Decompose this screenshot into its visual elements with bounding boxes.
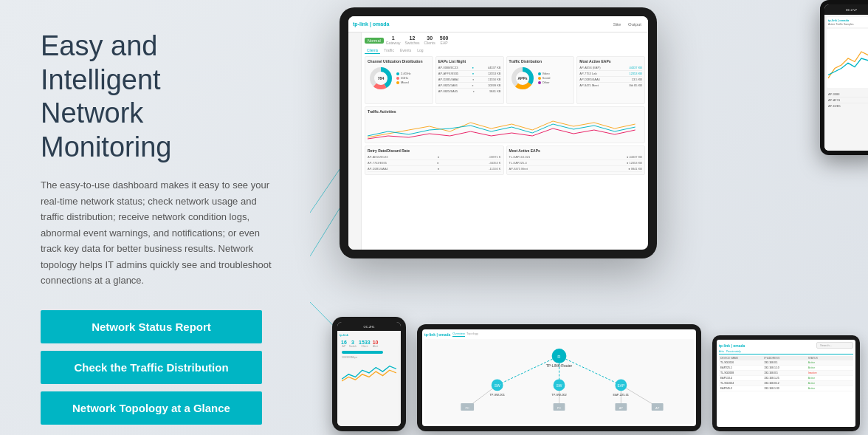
screen-content: Normal 1 Gateway 12 Switches bbox=[362, 32, 648, 250]
status-item-alerts: 10 Alert bbox=[373, 340, 379, 348]
page-wrapper: Easy and Intelligent Network Monitoring … bbox=[0, 0, 868, 435]
donut-svg-1: 784 bbox=[368, 65, 394, 92]
svg-text:PC: PC bbox=[557, 406, 562, 410]
topology-svg: R TP-LINK-Router SW TP-SW-001 SW TP-SW-0… bbox=[424, 339, 694, 424]
page-title: Easy and Intelligent Network Monitoring bbox=[41, 30, 280, 164]
bottom-tablet2-table: tp-link | omada Search... ArtisPassionat… bbox=[712, 335, 860, 431]
right-phone-screen: DC:2:V7 tp-link | omada Active Traffic S… bbox=[824, 4, 868, 151]
topo-tab-overview[interactable]: Overview bbox=[452, 332, 465, 337]
screen-sidebar bbox=[348, 32, 362, 250]
table-row: EAP110-4 192.168.1.25 Active bbox=[719, 376, 853, 381]
svg-text:PC: PC bbox=[465, 406, 469, 410]
traffic-distribution-btn[interactable]: Check the Traffic Distribution bbox=[41, 351, 262, 384]
data-row: AP-7753/E935●-34353 K bbox=[368, 160, 501, 166]
topo-header-row: tp-link | omada Overview Topology bbox=[424, 332, 694, 337]
most-active-box: Most Active EAPs TL-EAP110-021● 44337 KB… bbox=[506, 145, 646, 175]
data-row: AP-D2B5/4AA4●-11556 K bbox=[368, 166, 501, 172]
charts-row: Channel Utilization Distribution 784 bbox=[365, 56, 645, 104]
donut-container-2: APPs Video Social Other bbox=[509, 65, 572, 92]
status-item-clients: 1533 Client bbox=[359, 340, 371, 348]
svg-text:APPs: APPs bbox=[517, 76, 527, 81]
phone-small-chart bbox=[342, 361, 396, 383]
table-row: EAP225-1 192.168.1.10 Active bbox=[719, 366, 853, 371]
sc-tab-events[interactable]: Events bbox=[398, 47, 413, 54]
donut-container-1: 784 2.4GHz 5GHz Mixed bbox=[368, 65, 430, 92]
nav-buttons-container: Network Status Report Check the Traffic … bbox=[41, 310, 280, 425]
svg-text:TP-SW-001: TP-SW-001 bbox=[489, 393, 505, 397]
svg-line-23 bbox=[497, 356, 559, 385]
table-search-box: Search... bbox=[816, 342, 853, 349]
progress-bar bbox=[342, 351, 383, 354]
data-row: TL-EAP225-4● 12353 KB bbox=[509, 160, 643, 166]
main-tablet: tp-link | omada Site Output Normal bbox=[340, 7, 657, 258]
sc-tab-clients[interactable]: Clients bbox=[365, 47, 380, 54]
status-item-ap: 16 AP bbox=[341, 340, 347, 348]
traffic-distribution-chart: Traffic Distribution APPs bbox=[506, 56, 575, 104]
donut-legend-2: Video Social Other bbox=[538, 72, 551, 85]
sc-num-switches: 12 Switches bbox=[404, 35, 419, 45]
phone-chart-area bbox=[827, 29, 868, 88]
phone-header-bar: OC-ZH1 bbox=[337, 322, 401, 331]
phone-small-chart-svg bbox=[342, 361, 396, 383]
bottom-devices: OC-ZH1 tp-link 16 AP 3 Switch bbox=[310, 317, 868, 431]
sc-num-clients: 500 EAP bbox=[440, 35, 449, 45]
svg-text:EAP: EAP bbox=[617, 384, 625, 388]
status-row: Normal 1 Gateway 12 Switches bbox=[365, 35, 645, 45]
nav-item: Site bbox=[611, 21, 623, 27]
left-panel: Easy and Intelligent Network Monitoring … bbox=[0, 0, 310, 435]
eaps-list-chart: EAPs List Night AP-0088/EC23●44337 KB AP… bbox=[435, 56, 504, 104]
status-item-sw: 3 Switch bbox=[349, 340, 356, 348]
svg-text:R: R bbox=[557, 354, 560, 359]
sc-num-gateway: 1 Gateway bbox=[386, 35, 401, 45]
network-topology-btn[interactable]: Network Topology at a Glance bbox=[41, 391, 262, 425]
bottom-tablet2-table-screen: tp-link | omada Search... ArtisPassionat… bbox=[717, 340, 855, 427]
bottom-tablet-topology-screen: tp-link | omada Overview Topology bbox=[422, 329, 696, 426]
topo-content: R TP-LINK-Router SW TP-SW-001 SW TP-SW-0… bbox=[424, 339, 694, 424]
bottom-row: Retry Rate/Discard Rate AP-AE56/EC23●-00… bbox=[365, 145, 645, 175]
nav-item: Output bbox=[626, 21, 644, 27]
data-row: AP-AE56/EC23●-00971 K bbox=[368, 154, 501, 160]
table-screen: tp-link | omada Search... ArtisPassionat… bbox=[717, 340, 855, 394]
sc-num-eap: 30 Clients bbox=[424, 35, 435, 45]
data-row: AP-8475 Meet● 9841 KB bbox=[509, 166, 643, 172]
topo-screen: tp-link | omada Overview Topology bbox=[422, 329, 696, 426]
sc-numbers: 1 Gateway 12 Switches 30 Clients bbox=[386, 35, 449, 45]
table-row: EAP245-2 192.168.1.30 Active bbox=[719, 386, 853, 391]
main-tablet-screen: tp-link | omada Site Output Normal bbox=[348, 16, 648, 250]
bottom-tablet-topology: tp-link | omada Overview Topology bbox=[417, 324, 701, 431]
right-phone: DC:2:V7 tp-link | omada Active Traffic S… bbox=[820, 0, 868, 155]
channel-utilization-chart: Channel Utilization Distribution 784 bbox=[365, 56, 433, 104]
svg-text:SW: SW bbox=[557, 384, 562, 388]
screen-header: tp-link | omada Site Output bbox=[348, 16, 648, 32]
network-status-report-btn[interactable]: Network Status Report bbox=[41, 310, 262, 343]
table-row: TL-SG1016 192.168.0.1 Active bbox=[719, 360, 853, 366]
line-chart: Traffic Activities bbox=[365, 106, 645, 143]
phone-line-chart bbox=[828, 30, 868, 86]
table-header-row: tp-link | omada Search... bbox=[719, 342, 853, 349]
topo-tab-topo[interactable]: Topology bbox=[466, 332, 478, 337]
data-table: DEVICE NAME IP ADDRESS STATUS TL-SG1016 … bbox=[719, 356, 853, 391]
phone-status-row: 16 AP 3 Switch 1533 Client bbox=[340, 338, 399, 349]
sc-tabs: Clients Traffic Events Log bbox=[365, 47, 645, 54]
donut-legend-1: 2.4GHz 5GHz Mixed bbox=[396, 72, 411, 85]
right-panel: tp-link | omada Site Output Normal bbox=[310, 0, 868, 435]
table-row: TL-SG2008 192.168.0.5 Inactive bbox=[719, 371, 853, 376]
donut-svg-2: APPs bbox=[509, 65, 536, 92]
bottom-phone-screen: OC-ZH1 tp-link 16 AP 3 Switch bbox=[337, 322, 401, 426]
phone-content: tp-link | omada Active Traffic Samples A… bbox=[824, 15, 868, 151]
bottom-phone: OC-ZH1 tp-link 16 AP 3 Switch bbox=[332, 317, 406, 431]
sc-tab-log[interactable]: Log bbox=[415, 47, 425, 54]
status-badge: Normal bbox=[365, 38, 384, 44]
table-row: TL-SG1024 192.168.0.12 Active bbox=[719, 381, 853, 386]
screen-nav: Site Output bbox=[611, 21, 644, 27]
data-row: TL-EAP110-021● 44337 KB bbox=[509, 154, 643, 160]
svg-line-25 bbox=[559, 356, 621, 385]
svg-text:AP: AP bbox=[655, 406, 660, 410]
screen-body: Normal 1 Gateway 12 Switches bbox=[348, 32, 648, 250]
sc-tab-traffic[interactable]: Traffic bbox=[382, 47, 396, 54]
line-chart-svg bbox=[368, 115, 642, 141]
screen-logo: tp-link | omada bbox=[353, 21, 389, 27]
svg-text:784: 784 bbox=[378, 76, 385, 81]
svg-text:SW: SW bbox=[495, 384, 500, 388]
retry-rate-box: Retry Rate/Discard Rate AP-AE56/EC23●-00… bbox=[365, 145, 504, 175]
